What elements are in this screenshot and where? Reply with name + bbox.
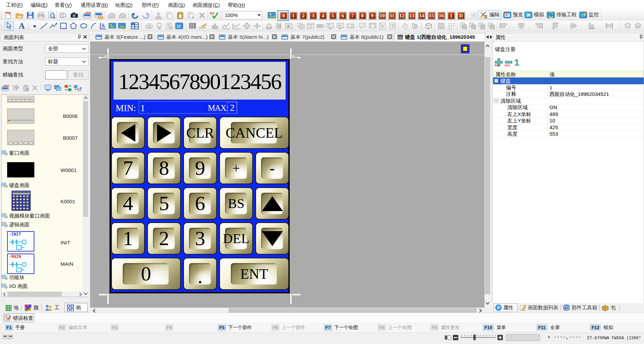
svg-text:P: P (497, 305, 500, 310)
svg-text:D: D (414, 24, 416, 28)
svg-text:A: A (287, 24, 290, 28)
svg-text:NEW: NEW (85, 12, 91, 14)
svg-text:NEW: NEW (5, 12, 11, 14)
svg-text:ALL: ALL (505, 64, 511, 67)
svg-text:NEW: NEW (3, 85, 10, 87)
svg-text:ALL: ALL (494, 64, 501, 67)
svg-text:12: 12 (176, 24, 181, 28)
svg-text:Err: Err (210, 12, 215, 15)
svg-text:6X: 6X (338, 24, 341, 27)
